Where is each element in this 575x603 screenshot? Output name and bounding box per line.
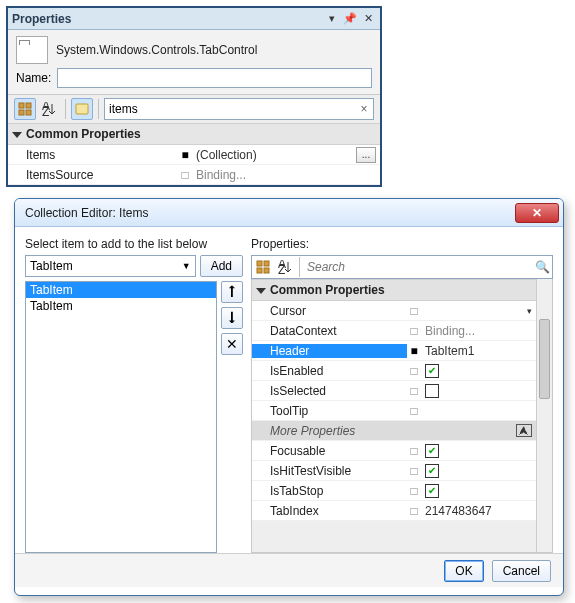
name-input[interactable] <box>57 68 372 88</box>
move-up-button[interactable]: 🠕 <box>221 281 243 303</box>
vertical-scrollbar[interactable] <box>536 279 552 552</box>
dropdown-icon[interactable]: ▾ <box>324 11 340 27</box>
chevron-down-icon <box>256 288 266 294</box>
svg-rect-7 <box>257 261 262 266</box>
properties-titlebar[interactable]: Properties ▾ 📌 ✕ <box>8 8 380 30</box>
property-row-tooltip: ToolTip □ <box>252 401 536 421</box>
add-instruction: Select item to add to the list below <box>25 237 243 251</box>
categorized-view-button[interactable] <box>14 98 36 120</box>
checkbox-unchecked-icon <box>425 384 439 398</box>
svg-rect-2 <box>19 110 24 115</box>
property-row-datacontext: DataContext □ Binding... <box>252 321 536 341</box>
alpha-sort-button[interactable]: AZ <box>38 98 60 120</box>
svg-rect-10 <box>264 268 269 273</box>
clear-search-button[interactable]: × <box>355 102 373 116</box>
property-row-isenabled: IsEnabled □ ✔ <box>252 361 536 381</box>
checkbox-checked-icon: ✔ <box>425 364 439 378</box>
chevron-down-icon: ▼ <box>182 261 191 271</box>
svg-rect-1 <box>26 103 31 108</box>
section-common-properties[interactable]: Common Properties <box>252 279 536 301</box>
section-common-properties[interactable]: Common Properties <box>8 123 380 145</box>
scrollbar-thumb[interactable] <box>539 319 550 399</box>
add-button[interactable]: Add <box>200 255 243 277</box>
search-icon[interactable]: 🔍 <box>532 260 552 274</box>
svg-rect-3 <box>26 110 31 115</box>
svg-rect-9 <box>257 268 262 273</box>
property-row-ishittestvisible: IsHitTestVisible □ ✔ <box>252 461 536 481</box>
properties-label: Properties: <box>251 237 553 251</box>
checkbox-checked-icon: ✔ <box>425 444 439 458</box>
more-properties-row[interactable]: More Properties ⮝ <box>252 421 536 441</box>
svg-rect-6 <box>76 104 88 114</box>
object-thumbnail <box>16 36 48 64</box>
checkbox-checked-icon: ✔ <box>425 484 439 498</box>
expand-icon: ⮝ <box>516 424 532 437</box>
property-row-focusable: Focusable □ ✔ <box>252 441 536 461</box>
svg-text:Z: Z <box>278 263 285 274</box>
cancel-button[interactable]: Cancel <box>492 560 551 582</box>
property-row-cursor: Cursor □ ▾ <box>252 301 536 321</box>
categorized-view-button[interactable] <box>252 256 274 278</box>
property-row-items: Items ■ (Collection) ... <box>8 145 380 165</box>
section-label: Common Properties <box>26 127 141 141</box>
close-icon[interactable]: ✕ <box>360 11 376 27</box>
properties-panel: Properties ▾ 📌 ✕ System.Windows.Controls… <box>6 6 382 187</box>
pin-icon[interactable]: 📌 <box>342 11 358 27</box>
svg-rect-8 <box>264 261 269 266</box>
chevron-down-icon <box>12 132 22 138</box>
object-type: System.Windows.Controls.TabControl <box>56 43 257 57</box>
property-row-tabindex: TabIndex □ 2147483647 <box>252 501 536 521</box>
item-type-combo[interactable]: TabItem ▼ <box>25 255 196 277</box>
events-button[interactable] <box>71 98 93 120</box>
ok-button[interactable]: OK <box>444 560 483 582</box>
properties-title: Properties <box>12 12 71 26</box>
alpha-sort-button[interactable]: AZ <box>274 256 296 278</box>
move-down-button[interactable]: 🠗 <box>221 307 243 329</box>
list-item[interactable]: TabItem <box>26 298 216 314</box>
delete-button[interactable]: ✕ <box>221 333 243 355</box>
property-row-itemssource: ItemsSource □ Binding... <box>8 165 380 185</box>
name-label: Name: <box>16 71 51 85</box>
property-search-input[interactable] <box>105 102 355 116</box>
property-row-isselected: IsSelected □ <box>252 381 536 401</box>
items-edit-button[interactable]: ... <box>356 147 376 163</box>
list-item[interactable]: TabItem <box>26 282 216 298</box>
dialog-close-button[interactable]: ✕ <box>515 203 559 223</box>
checkbox-checked-icon: ✔ <box>425 464 439 478</box>
property-row-istabstop: IsTabStop □ ✔ <box>252 481 536 501</box>
svg-rect-0 <box>19 103 24 108</box>
dialog-titlebar[interactable]: Collection Editor: Items ✕ <box>15 199 563 227</box>
property-row-header: Header ■ TabItem1 <box>252 341 536 361</box>
svg-text:Z: Z <box>42 105 49 116</box>
items-listbox[interactable]: TabItem TabItem <box>25 281 217 553</box>
property-search-input[interactable] <box>303 260 532 274</box>
dialog-title: Collection Editor: Items <box>25 206 148 220</box>
collection-editor-dialog: Collection Editor: Items ✕ Select item t… <box>14 198 564 596</box>
